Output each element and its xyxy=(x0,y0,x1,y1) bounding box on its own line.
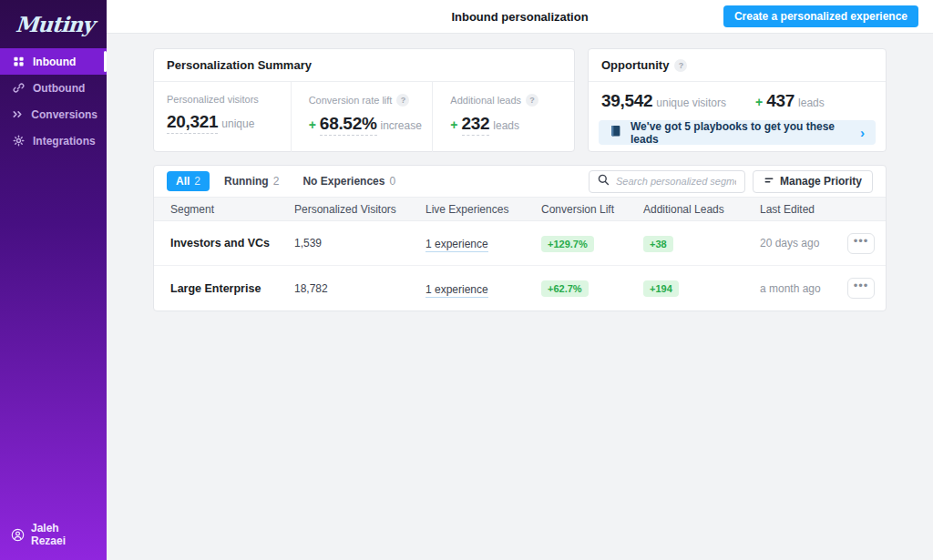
sidebar-item-integrations[interactable]: Integrations xyxy=(0,127,107,154)
stat-value: 68.52% xyxy=(320,114,377,136)
search-input[interactable] xyxy=(616,176,736,187)
filter-tab-all[interactable]: All 2 xyxy=(167,171,210,191)
column-header: Segment xyxy=(170,203,294,216)
stat-label: Conversion rate lift xyxy=(309,95,393,106)
user-name: Jaleh Rezaei xyxy=(31,522,96,547)
plus-sign: + xyxy=(755,95,763,109)
summary-stat: Personalized visitors 20,321 unique xyxy=(154,82,291,152)
manage-priority-label: Manage Priority xyxy=(780,175,862,188)
search-box[interactable] xyxy=(589,170,745,193)
last-edited-value: a month ago xyxy=(760,282,835,295)
chevron-right-icon: › xyxy=(860,126,865,139)
column-header: Personalized Visitors xyxy=(294,203,425,216)
playbooks-banner[interactable]: We've got 5 playbooks to get you these l… xyxy=(599,120,876,145)
filter-tab-no-experiences[interactable]: No Experiences 0 xyxy=(293,171,405,191)
link-icon xyxy=(12,81,26,95)
plus-sign: + xyxy=(450,117,457,132)
table-row[interactable]: Large Enterprise 18,782 1 experience +62… xyxy=(154,266,886,311)
stat-label: Additional leads xyxy=(450,95,521,106)
last-edited-value: 20 days ago xyxy=(760,237,835,249)
plus-sign: + xyxy=(309,117,316,132)
stat-suffix: unique visitors xyxy=(656,97,726,109)
mutiny-logo: Mutiny xyxy=(0,0,108,48)
summary-stat: Additional leads ? + 232 leads xyxy=(432,82,574,152)
table-body: Investors and VCs 1,539 1 experience +12… xyxy=(154,221,886,311)
summary-stat: Conversion rate lift ? + 68.52% increase xyxy=(291,82,433,152)
stat-label: Personalized visitors xyxy=(167,94,259,105)
sidebar: Mutiny Inbound Outbound Conversions Inte… xyxy=(0,0,107,560)
stat-value: 39,542 xyxy=(601,91,652,111)
user-account[interactable]: Jaleh Rezaei xyxy=(0,509,107,560)
grid-icon xyxy=(12,55,26,68)
sidebar-item-outbound[interactable]: Outbound xyxy=(0,75,107,101)
main-content: Personalization Summary Personalized vis… xyxy=(153,48,887,311)
segment-name: Investors and VCs xyxy=(170,237,294,249)
row-actions-button[interactable]: ••• xyxy=(847,233,875,254)
additional-leads-badge: +38 xyxy=(643,236,673,252)
opportunity-stat: + 437 leads xyxy=(755,91,825,111)
column-header: Live Experiences xyxy=(425,203,541,216)
sort-icon xyxy=(764,175,774,188)
filter-tabs: All 2 Running 2 No Experiences 0 xyxy=(167,171,405,191)
help-icon[interactable]: ? xyxy=(396,94,409,107)
sidebar-item-conversions[interactable]: Conversions xyxy=(0,101,107,127)
live-experiences-link[interactable]: 1 experience xyxy=(425,283,488,298)
table-row[interactable]: Investors and VCs 1,539 1 experience +12… xyxy=(154,221,886,266)
stat-suffix: leads xyxy=(798,97,825,109)
segment-name: Large Enterprise xyxy=(170,282,294,295)
search-icon xyxy=(598,173,610,189)
opportunity-stats: 39,542 unique visitors + 437 leads xyxy=(599,91,876,111)
top-bar: Inbound personalization Create a persona… xyxy=(107,0,933,34)
playbook-book-icon xyxy=(610,125,621,141)
personalized-visitors-value: 18,782 xyxy=(294,282,425,295)
segments-table-card: All 2 Running 2 No Experiences 0 Manage … xyxy=(153,165,887,311)
row-actions-button[interactable]: ••• xyxy=(847,278,875,299)
stat-value: 232 xyxy=(462,114,490,136)
playbooks-banner-text: We've got 5 playbooks to get you these l… xyxy=(631,120,851,146)
summary-card-title: Personalization Summary xyxy=(154,49,574,82)
stat-suffix: leads xyxy=(493,119,519,132)
double-chevron-icon xyxy=(12,107,24,121)
gear-icon xyxy=(12,134,26,148)
user-avatar-icon xyxy=(11,528,25,542)
help-icon[interactable]: ? xyxy=(526,94,538,107)
sidebar-item-inbound[interactable]: Inbound xyxy=(0,48,107,75)
summary-stats: Personalized visitors 20,321 unique Conv… xyxy=(154,82,574,152)
table-header-row: SegmentPersonalized VisitorsLive Experie… xyxy=(154,197,886,221)
column-header: Additional Leads xyxy=(643,203,760,216)
sidebar-nav: Inbound Outbound Conversions Integration… xyxy=(0,48,107,154)
live-experiences-link[interactable]: 1 experience xyxy=(425,238,488,252)
column-header: Last Edited xyxy=(760,203,835,216)
personalized-visitors-value: 1,539 xyxy=(294,237,425,249)
opportunity-card: Opportunity ? 39,542 unique visitors + 4… xyxy=(588,48,887,152)
manage-priority-button[interactable]: Manage Priority xyxy=(753,170,873,193)
stat-value: 437 xyxy=(766,91,795,111)
additional-leads-badge: +194 xyxy=(643,280,679,297)
page-title: Inbound personalization xyxy=(451,10,588,24)
filter-tab-running[interactable]: Running 2 xyxy=(215,171,288,191)
column-header: Conversion Lift xyxy=(541,203,643,216)
table-toolbar: All 2 Running 2 No Experiences 0 Manage … xyxy=(154,166,886,197)
personalization-summary-card: Personalization Summary Personalized vis… xyxy=(153,48,575,152)
conversion-lift-badge: +129.7% xyxy=(541,236,594,252)
conversion-lift-badge: +62.7% xyxy=(541,280,589,297)
create-experience-button[interactable]: Create a personalized experience xyxy=(723,5,918,27)
stat-suffix: unique xyxy=(221,117,254,130)
opportunity-card-title: Opportunity xyxy=(601,58,669,72)
help-icon[interactable]: ? xyxy=(674,59,687,72)
stat-suffix: increase xyxy=(381,119,422,132)
stat-value: 20,321 xyxy=(167,112,218,134)
opportunity-stat: 39,542 unique visitors xyxy=(601,91,726,111)
